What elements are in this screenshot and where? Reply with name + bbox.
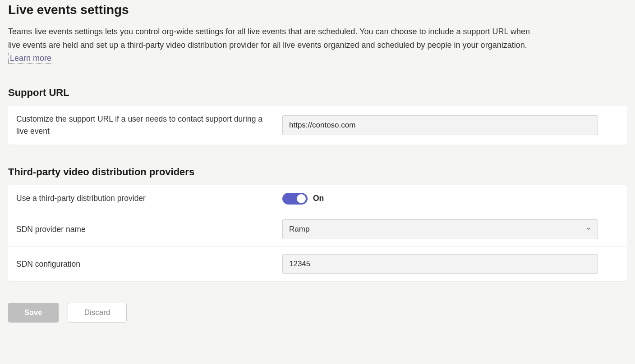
sdn-config-control xyxy=(282,254,619,274)
use-provider-row: Use a third-party distribution provider … xyxy=(8,185,627,212)
sdn-name-control: Ramp xyxy=(282,219,619,239)
sdn-config-label: SDN configuration xyxy=(16,258,282,270)
use-provider-control: On xyxy=(282,193,619,205)
sdn-name-select-wrap: Ramp xyxy=(282,219,598,239)
toggle-knob xyxy=(297,194,306,203)
sdn-name-select[interactable]: Ramp xyxy=(282,219,598,239)
providers-section-title: Third-party video distribution providers xyxy=(8,166,627,178)
support-url-card: Customize the support URL if a user need… xyxy=(8,106,627,145)
support-url-control xyxy=(282,115,619,135)
toggle-wrap: On xyxy=(282,193,324,205)
support-url-input[interactable] xyxy=(282,115,598,135)
sdn-name-row: SDN provider name Ramp xyxy=(8,212,627,247)
discard-button[interactable]: Discard xyxy=(68,303,127,323)
description-text: Teams live events settings lets you cont… xyxy=(8,27,530,50)
providers-card: Use a third-party distribution provider … xyxy=(8,185,627,281)
support-url-section-title: Support URL xyxy=(8,87,627,99)
footer: Save Discard xyxy=(8,303,627,323)
toggle-state-label: On xyxy=(313,194,324,203)
sdn-config-row: SDN configuration xyxy=(8,247,627,281)
use-provider-toggle[interactable] xyxy=(282,193,308,205)
sdn-name-label: SDN provider name xyxy=(16,223,282,236)
support-url-row: Customize the support URL if a user need… xyxy=(8,106,627,145)
page-description: Teams live events settings lets you cont… xyxy=(8,25,540,65)
support-url-label: Customize the support URL if a user need… xyxy=(16,113,282,137)
sdn-config-input[interactable] xyxy=(282,254,598,274)
learn-more-link[interactable]: Learn more xyxy=(8,53,53,64)
page-title: Live events settings xyxy=(8,0,627,17)
use-provider-label: Use a third-party distribution provider xyxy=(16,192,282,205)
save-button[interactable]: Save xyxy=(8,303,59,323)
